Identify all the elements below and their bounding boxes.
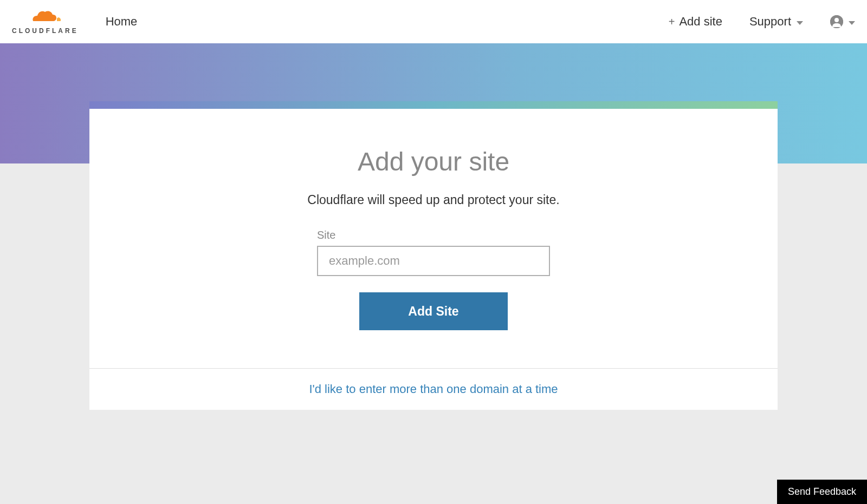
page-subtitle: Cloudflare will speed up and protect you…: [122, 193, 745, 207]
add-site-link[interactable]: + Add site: [669, 15, 722, 29]
site-input[interactable]: [317, 246, 550, 276]
header-right: + Add site Support: [669, 15, 855, 29]
card-content: Add your site Cloudflare will speed up a…: [89, 109, 778, 368]
chevron-down-icon: [849, 21, 855, 25]
form-section: Site Add Site: [317, 229, 550, 330]
chevron-down-icon: [797, 21, 803, 25]
card-footer: I'd like to enter more than one domain a…: [89, 368, 778, 410]
svg-point-1: [834, 18, 839, 22]
cloudflare-logo[interactable]: CLOUDFLARE: [12, 9, 79, 35]
multi-domain-link[interactable]: I'd like to enter more than one domain a…: [309, 382, 558, 396]
plus-icon: +: [669, 16, 675, 28]
page-title: Add your site: [122, 147, 745, 176]
home-link[interactable]: Home: [106, 15, 138, 29]
user-avatar-icon: [830, 15, 843, 28]
card-accent-bar: [89, 101, 778, 109]
add-site-button[interactable]: Add Site: [359, 292, 508, 330]
support-dropdown[interactable]: Support: [749, 15, 803, 29]
header: CLOUDFLARE Home + Add site Support: [0, 0, 867, 43]
support-label: Support: [749, 15, 791, 29]
send-feedback-button[interactable]: Send Feedback: [777, 480, 867, 504]
logo-text: CLOUDFLARE: [12, 27, 79, 35]
cloudflare-cloud-icon: [29, 9, 61, 25]
user-menu-dropdown[interactable]: [830, 15, 855, 28]
logo-section: CLOUDFLARE Home: [12, 9, 137, 35]
add-site-link-label: Add site: [679, 15, 722, 29]
add-site-card: Add your site Cloudflare will speed up a…: [89, 101, 778, 410]
main-container: Add your site Cloudflare will speed up a…: [0, 43, 867, 410]
site-input-label: Site: [317, 229, 550, 241]
